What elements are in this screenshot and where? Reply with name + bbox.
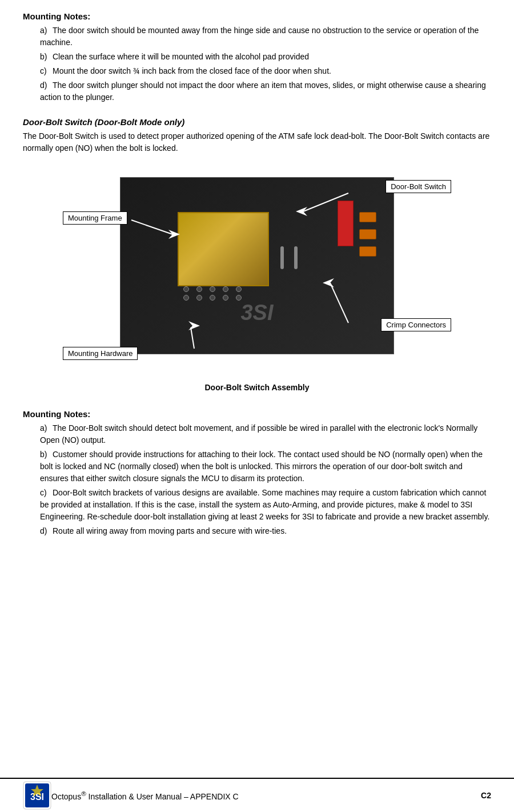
- label-door-bolt-switch: Door-Bolt Switch: [386, 180, 451, 193]
- list-item: Customer should provide instructions for…: [40, 449, 491, 485]
- label-crimp-connectors: Crimp Connectors: [381, 318, 451, 331]
- diagram-caption: Door-Bolt Switch Assembly: [23, 383, 491, 392]
- list-item: The door switch should be mounted away f…: [40, 25, 491, 49]
- mounting-notes-1-heading: Mounting Notes:: [23, 11, 491, 21]
- footer-page: C2: [481, 791, 491, 800]
- footer-logo-icon: 3SI: [23, 781, 51, 810]
- door-bolt-section-heading: Door-Bolt Switch (Door-Bolt Mode only): [23, 117, 491, 127]
- label-mounting-hardware: Mounting Hardware: [63, 347, 138, 360]
- list-item: The door switch plunger should not impac…: [40, 79, 491, 103]
- diagram-container: 3SI Mounting Frame Door-Bolt Switch Crim…: [63, 177, 451, 377]
- diagram-image: 3SI: [120, 177, 394, 354]
- list-item: The Door-Bolt switch should detect bolt …: [40, 422, 491, 446]
- footer: 3SI Octopus® Installation & User Manual …: [0, 778, 514, 812]
- list-item: Route all wiring away from moving parts …: [40, 525, 491, 537]
- list-item: Clean the surface where it will be mount…: [40, 51, 491, 63]
- mounting-notes-2-heading: Mounting Notes:: [23, 409, 491, 419]
- footer-text: Octopus® Installation & User Manual – AP…: [51, 790, 481, 801]
- door-bolt-section-body: The Door-Bolt Switch is used to detect p…: [23, 130, 491, 154]
- list-item: Mount the door switch ¾ inch back from t…: [40, 65, 491, 77]
- label-mounting-frame: Mounting Frame: [63, 211, 127, 225]
- list-item: Door-Bolt switch brackets of various des…: [40, 487, 491, 523]
